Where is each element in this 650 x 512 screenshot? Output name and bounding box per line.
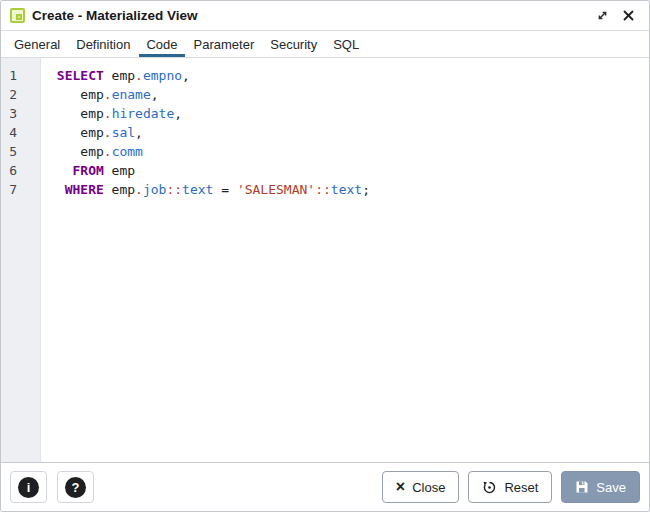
save-button[interactable]: Save — [561, 471, 640, 503]
tab-sql[interactable]: SQL — [326, 31, 366, 57]
save-button-label: Save — [596, 480, 626, 495]
line-number: 5 — [1, 142, 17, 161]
reset-button-label: Reset — [504, 480, 538, 495]
help-icon: ? — [65, 477, 86, 498]
line-number: 1 — [1, 66, 17, 85]
code-line[interactable]: emp.comm — [49, 142, 645, 161]
line-number: 6 — [1, 161, 17, 180]
line-number: 3 — [1, 104, 17, 123]
reset-icon — [482, 480, 497, 495]
code-line[interactable]: WHERE emp.job::text = 'SALESMAN'::text; — [49, 180, 645, 199]
tab-code[interactable]: Code — [139, 31, 184, 57]
dialog-footer: i ? × Close Reset — [1, 462, 649, 511]
close-icon[interactable] — [619, 7, 637, 25]
dialog-titlebar: Create - Materialized View — [1, 1, 649, 31]
create-materialized-view-dialog: Create - Materialized View GeneralDefini… — [0, 0, 650, 512]
code-line[interactable]: emp.hiredate, — [49, 104, 645, 123]
sql-code-editor[interactable]: 1234567 SELECT emp.empno, emp.ename, emp… — [1, 58, 649, 462]
reset-button[interactable]: Reset — [468, 471, 552, 503]
info-icon: i — [18, 477, 39, 498]
save-floppy-icon — [575, 480, 589, 494]
code-lines[interactable]: SELECT emp.empno, emp.ename, emp.hiredat… — [41, 58, 649, 462]
close-x-icon: × — [396, 479, 405, 495]
code-line[interactable]: emp.sal, — [49, 123, 645, 142]
help-button[interactable]: ? — [57, 471, 94, 503]
code-line[interactable]: SELECT emp.empno, — [49, 66, 645, 85]
expand-icon[interactable] — [593, 7, 611, 25]
line-number: 4 — [1, 123, 17, 142]
code-line[interactable]: emp.ename, — [49, 85, 645, 104]
tab-definition[interactable]: Definition — [69, 31, 137, 57]
line-number: 7 — [1, 180, 17, 199]
close-button-label: Close — [412, 480, 445, 495]
tab-general[interactable]: General — [7, 31, 67, 57]
line-number-gutter: 1234567 — [1, 58, 41, 462]
close-button[interactable]: × Close — [382, 471, 460, 503]
materialized-view-icon — [10, 8, 25, 23]
code-line[interactable]: FROM emp — [49, 161, 645, 180]
tab-security[interactable]: Security — [263, 31, 324, 57]
line-number: 2 — [1, 85, 17, 104]
tab-parameter[interactable]: Parameter — [187, 31, 262, 57]
info-button[interactable]: i — [10, 471, 47, 503]
dialog-tabbar: GeneralDefinitionCodeParameterSecuritySQ… — [1, 31, 649, 58]
dialog-title: Create - Materialized View — [32, 8, 198, 23]
